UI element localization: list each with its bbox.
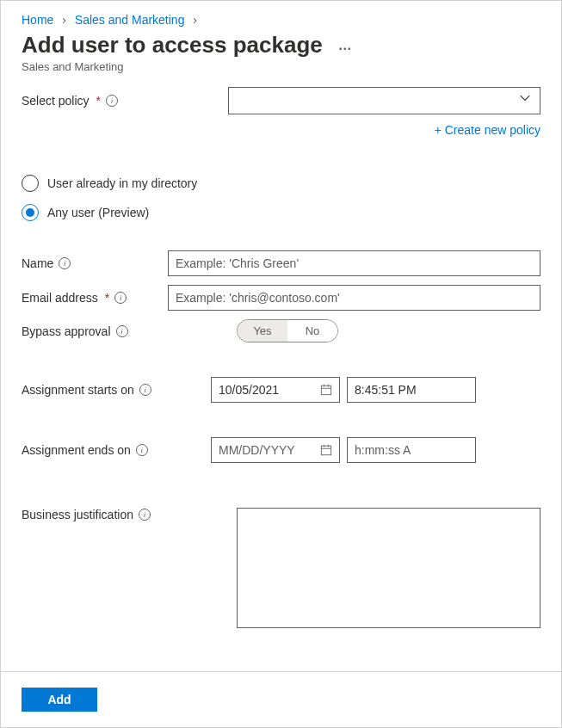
chevron-right-icon: ›	[62, 13, 66, 27]
name-label: Name i	[22, 256, 168, 270]
info-icon[interactable]: i	[106, 95, 118, 107]
info-icon[interactable]: i	[59, 257, 71, 269]
required-indicator: *	[96, 94, 101, 108]
page-title-row: Add user to access package …	[22, 32, 540, 59]
assignment-ends-date[interactable]: MM/DD/YYYY	[211, 437, 340, 463]
calendar-icon	[320, 384, 332, 396]
assignment-ends-label: Assignment ends on i	[22, 443, 211, 457]
breadcrumb-home[interactable]: Home	[22, 13, 53, 27]
radio-label: Any user (Preview)	[47, 206, 149, 219]
email-input[interactable]	[168, 285, 540, 311]
radio-any-user[interactable]: Any user (Preview)	[22, 204, 540, 221]
info-icon[interactable]: i	[114, 292, 127, 304]
chevron-down-icon	[519, 92, 531, 107]
calendar-icon	[320, 444, 332, 456]
select-policy-label: Select policy* i	[22, 94, 228, 108]
breadcrumb: Home › Sales and Marketing ›	[22, 13, 540, 27]
add-button[interactable]: Add	[22, 688, 97, 712]
required-indicator: *	[105, 291, 109, 305]
business-justification-textarea[interactable]	[237, 508, 540, 628]
create-new-policy-link[interactable]: + Create new policy	[435, 123, 540, 137]
email-label: Email address* i	[22, 291, 168, 305]
assignment-starts-time[interactable]: 8:45:51 PM	[347, 377, 476, 403]
page-subtitle: Sales and Marketing	[22, 60, 540, 73]
info-icon[interactable]: i	[136, 444, 148, 456]
info-icon[interactable]: i	[139, 509, 151, 521]
info-icon[interactable]: i	[139, 384, 151, 396]
user-source-radio-group: User already in my directory Any user (P…	[22, 175, 540, 221]
svg-rect-0	[321, 386, 330, 395]
business-justification-label: Business justification i	[22, 508, 237, 521]
assignment-ends-time[interactable]: h:mm:ss A	[347, 437, 476, 463]
assignment-starts-label: Assignment starts on i	[22, 383, 211, 397]
more-actions-button[interactable]: …	[335, 37, 356, 54]
radio-label: User already in my directory	[47, 176, 197, 190]
bypass-approval-toggle[interactable]: Yes No	[237, 319, 338, 342]
breadcrumb-section[interactable]: Sales and Marketing	[75, 13, 185, 27]
svg-rect-4	[321, 446, 330, 455]
radio-icon	[22, 175, 39, 192]
info-icon[interactable]: i	[116, 325, 128, 337]
select-policy-dropdown[interactable]	[228, 87, 540, 114]
assignment-starts-date[interactable]: 10/05/2021	[211, 377, 340, 403]
page-title: Add user to access package	[22, 32, 323, 59]
bypass-approval-label: Bypass approval i	[22, 324, 237, 338]
toggle-no[interactable]: No	[287, 320, 337, 342]
chevron-right-icon: ›	[193, 13, 197, 27]
radio-user-in-directory[interactable]: User already in my directory	[22, 175, 540, 192]
name-input[interactable]	[168, 250, 540, 276]
radio-icon	[22, 204, 39, 221]
toggle-yes[interactable]: Yes	[238, 320, 287, 342]
